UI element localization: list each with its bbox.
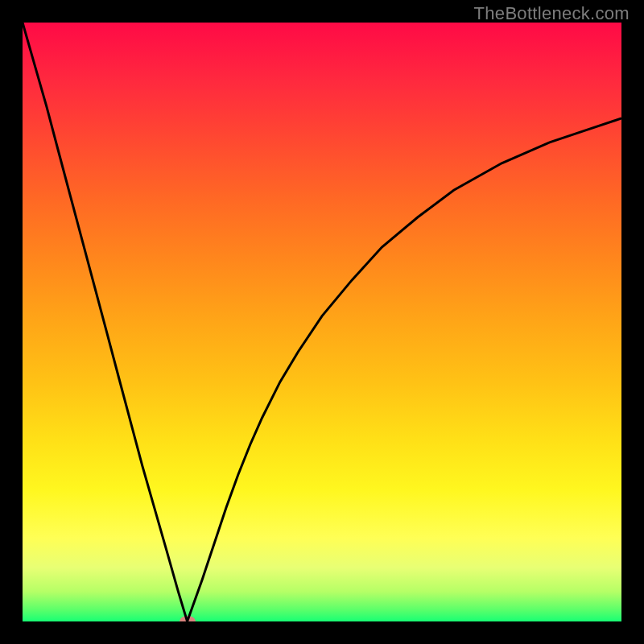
minimum-marker — [180, 616, 196, 621]
plot-area — [23, 23, 621, 621]
watermark-text: TheBottleneck.com — [474, 3, 630, 24]
gradient-background — [23, 23, 621, 621]
chart-frame: TheBottleneck.com — [0, 0, 644, 644]
